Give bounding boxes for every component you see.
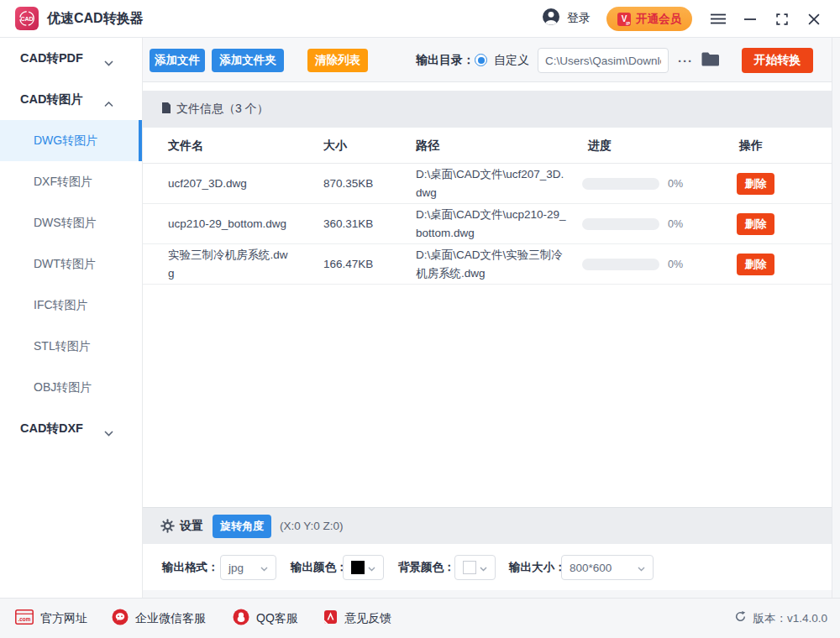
clear-list-button[interactable]: 清除列表 (307, 49, 368, 72)
delete-button[interactable]: 删除 (737, 254, 774, 275)
vip-icon: V IP (617, 13, 631, 26)
official-site-label: 官方网址 (40, 611, 87, 626)
sidebar-item-ifc-to-image[interactable]: IFC转图片 (0, 285, 142, 326)
output-size-value: 800*600 (570, 562, 612, 574)
chevron-down-icon (104, 426, 113, 439)
minimize-icon[interactable] (736, 0, 764, 38)
app-title: 优速CAD转换器 (47, 0, 144, 37)
sidebar-item-dwt-to-image[interactable]: DWT转图片 (0, 243, 142, 285)
progress-bar (582, 218, 659, 230)
sidebar-item-label: STL转图片 (34, 339, 91, 354)
file-info-label: 文件信息（3 个） (176, 102, 269, 117)
column-progress: 进度 (588, 128, 722, 164)
settings-bar: 设置 旋转角度 (X:0 Y:0 Z:0) (143, 507, 832, 544)
vip-label: 开通会员 (636, 12, 681, 27)
wechat-support-label: 企业微信客服 (135, 611, 206, 626)
menu-icon[interactable] (704, 0, 732, 38)
column-action: 操作 (739, 128, 806, 164)
sidebar-item-obj-to-image[interactable]: OBJ转图片 (0, 367, 142, 408)
background-color-label: 背景颜色： (398, 544, 455, 590)
background-color-select[interactable] (454, 555, 496, 580)
chevron-up-icon (104, 97, 113, 110)
app-logo-icon: CAD (15, 7, 39, 30)
svg-text:.com: .com (18, 616, 31, 622)
file-info-bar: 文件信息（3 个） (143, 91, 832, 128)
vip-upgrade-button[interactable]: V IP 开通会员 (606, 7, 692, 31)
sidebar-item-label: DWG转图片 (34, 133, 97, 149)
wechat-support-link[interactable]: 企业微信客服 (112, 599, 206, 638)
output-format-select[interactable]: jpg (220, 555, 276, 580)
sidebar-item-label: OBJ转图片 (34, 380, 92, 395)
rotate-angle-button[interactable]: 旋转角度 (213, 515, 271, 538)
titlebar: CAD 优速CAD转换器 登录 V IP 开通会员 (0, 0, 840, 38)
rotation-values: (X:0 Y:0 Z:0) (280, 508, 344, 544)
sidebar-group-label: CAD转图片 (20, 92, 83, 107)
chevron-down-icon (480, 560, 487, 575)
progress-bar (582, 178, 659, 190)
sidebar-group-cad-to-image[interactable]: CAD转图片 (0, 79, 142, 120)
column-size: 大小 (323, 128, 403, 164)
scroll-gutter[interactable] (832, 38, 840, 598)
feedback-label: 意见反馈 (344, 611, 391, 626)
output-size-label: 输出大小： (509, 544, 566, 590)
toolbar: 添加文件 添加文件夹 清除列表 输出目录： 自定义 ··· 开始转换 (143, 38, 832, 82)
wechat-icon (112, 609, 129, 629)
output-color-select[interactable] (343, 555, 384, 580)
output-size-select[interactable]: 800*600 (561, 555, 654, 580)
sidebar-group-label: CAD转PDF (20, 50, 83, 66)
start-convert-button[interactable]: 开始转换 (742, 48, 813, 73)
feedback-link[interactable]: 意见反馈 (323, 599, 391, 638)
sidebar-item-dws-to-image[interactable]: DWS转图片 (0, 202, 142, 243)
table-row: ucp210-29_bottom.dwg 360.31KB D:\桌面\CAD文… (143, 204, 832, 244)
add-file-button[interactable]: 添加文件 (150, 49, 205, 72)
qq-support-link[interactable]: QQ客服 (233, 599, 298, 638)
output-format-value: jpg (228, 562, 244, 574)
qq-icon (233, 609, 249, 629)
login-label: 登录 (567, 11, 591, 26)
column-filename: 文件名 (168, 128, 294, 164)
sidebar-item-dwg-to-image[interactable]: DWG转图片 (0, 120, 142, 161)
sidebar-group-cad-to-pdf[interactable]: CAD转PDF (0, 38, 142, 79)
file-size: 360.31KB (323, 215, 403, 233)
sidebar-item-label: DWS转图片 (34, 216, 97, 231)
file-path: D:\桌面\CAD文件\ucf207_3D.dwg (416, 165, 567, 202)
feedback-doc-icon (323, 609, 338, 628)
browse-more-button[interactable]: ··· (675, 42, 696, 79)
file-size: 870.35KB (323, 175, 403, 193)
gear-icon (160, 519, 175, 536)
sidebar-group-label: CAD转DXF (20, 421, 83, 437)
table-header: 文件名 大小 路径 进度 操作 (143, 128, 832, 164)
delete-button[interactable]: 删除 (737, 173, 774, 195)
output-path-input[interactable] (538, 48, 669, 73)
add-folder-button[interactable]: 添加文件夹 (212, 49, 284, 72)
custom-radio-label: 自定义 (494, 38, 529, 81)
close-icon[interactable] (800, 0, 828, 38)
file-path: D:\桌面\CAD文件\ucp210-29_bottom.dwg (416, 206, 567, 243)
chevron-down-icon (638, 560, 645, 575)
sidebar-group-cad-to-dxf[interactable]: CAD转DXF (0, 408, 142, 449)
output-dir-label: 输出目录： (416, 38, 475, 81)
sidebar-item-stl-to-image[interactable]: STL转图片 (0, 326, 142, 367)
progress-value: 0% (668, 204, 683, 244)
user-avatar-icon (542, 8, 560, 29)
output-options-row: 输出格式： jpg 输出颜色： 背景颜色： 输出大小： 800*600 (143, 544, 832, 590)
maximize-icon[interactable] (768, 0, 796, 38)
open-folder-icon[interactable] (701, 51, 721, 71)
official-site-link[interactable]: .com 官方网址 (15, 599, 87, 638)
sidebar-item-label: IFC转图片 (34, 298, 88, 313)
settings-label: 设置 (180, 508, 203, 544)
sidebar-item-dxf-to-image[interactable]: DXF转图片 (0, 161, 142, 202)
qq-support-label: QQ客服 (256, 611, 298, 626)
progress-value: 0% (668, 164, 683, 204)
chevron-down-icon (104, 55, 113, 69)
file-list-panel: 文件信息（3 个） 文件名 大小 路径 进度 操作 ucf207_3D.dwg … (143, 82, 832, 507)
refresh-icon[interactable] (734, 610, 747, 626)
sidebar-item-label: DXF转图片 (34, 175, 92, 190)
chevron-down-icon (260, 560, 268, 575)
chevron-down-icon (368, 560, 375, 575)
sidebar: CAD转PDF CAD转图片 DWG转图片 DXF转图片 DWS转图片 DWT转… (0, 38, 143, 598)
delete-button[interactable]: 删除 (737, 213, 774, 235)
file-path: D:\桌面\CAD文件\实验三制冷机房系统.dwg (416, 246, 567, 283)
login-button[interactable]: 登录 (542, 8, 591, 29)
custom-radio[interactable] (475, 54, 487, 66)
